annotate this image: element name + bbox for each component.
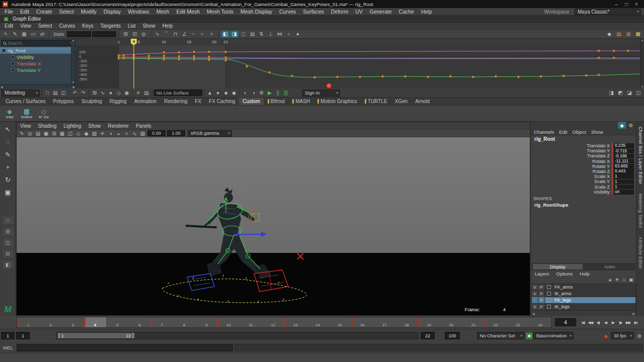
mel-label[interactable]: MEL: [1, 345, 15, 350]
layer-row-ik-arms[interactable]: VPIK_arms: [532, 291, 635, 297]
frame-playback-range-icon[interactable]: ⊟: [131, 31, 139, 38]
highlight-selection-icon[interactable]: ◆: [230, 89, 238, 97]
workspace-pin-icon[interactable]: ◆: [618, 122, 626, 129]
layer-row-fk-arms[interactable]: VPFK_arms: [532, 284, 635, 291]
motion-trail[interactable]: [163, 275, 307, 303]
textured-mode-icon[interactable]: ▧: [91, 130, 98, 137]
keyframe[interactable]: [381, 75, 383, 77]
menu-help[interactable]: Help: [576, 271, 593, 277]
menu-file[interactable]: File: [1, 9, 17, 15]
menu-cache[interactable]: Cache: [395, 9, 418, 15]
keyframe[interactable]: [225, 51, 227, 53]
free-tangent-weight-icon[interactable]: ○: [285, 31, 293, 38]
menu-deform[interactable]: Deform: [328, 9, 352, 15]
timeline-frame-15[interactable]: 15: [329, 317, 351, 327]
minimize-button[interactable]: –: [611, 2, 621, 7]
keyframe[interactable]: [208, 59, 210, 61]
layer-visibility-toggle[interactable]: V: [532, 285, 538, 290]
keyframe[interactable]: [404, 75, 406, 77]
outliner-layout-button[interactable]: ◧: [3, 261, 13, 268]
mel-command-input[interactable]: [17, 344, 233, 351]
menu-edit[interactable]: Edit: [1, 23, 17, 29]
keyframe[interactable]: [598, 74, 600, 76]
step-forward-frame-button[interactable]: |▶: [617, 318, 624, 326]
save-scene-icon[interactable]: ◫: [59, 89, 67, 97]
keyframe[interactable]: [193, 58, 195, 60]
keyframe[interactable]: [495, 75, 497, 77]
menu-show[interactable]: Show: [85, 123, 104, 129]
swap-buffer-icon[interactable]: ⇅: [258, 31, 266, 38]
step-back-frame-button[interactable]: ◀|: [594, 318, 602, 326]
timeline-frame-9[interactable]: 9: [195, 317, 217, 327]
step-tangent-icon[interactable]: ⌐: [199, 31, 207, 38]
step-forward-key-button[interactable]: ▶▶: [624, 318, 632, 326]
toggle-modeling-toolkit-icon[interactable]: ◫: [634, 89, 642, 97]
channel-name[interactable]: Scale X: [594, 174, 610, 179]
search-input[interactable]: [8, 41, 68, 46]
outliner-item-translate-y[interactable]: Translate Y: [0, 67, 75, 73]
timeline-frame-18[interactable]: 18: [395, 317, 418, 327]
menu-object[interactable]: Object: [570, 129, 589, 135]
camera-lock-icon[interactable]: ◎: [26, 130, 34, 137]
timeline-frame-24[interactable]: 24: [529, 317, 551, 327]
keyframe[interactable]: [123, 57, 125, 59]
move-tool[interactable]: +: [3, 162, 14, 171]
select-object-icon[interactable]: ●: [214, 89, 222, 97]
toggle-attribute-editor-icon[interactable]: ◨: [607, 89, 615, 97]
layer-playback-toggle[interactable]: P: [538, 298, 545, 303]
keyframe[interactable]: [178, 51, 180, 53]
grease-pencil-icon[interactable]: ✎: [18, 130, 26, 137]
timeline-frame-4[interactable]: 4: [84, 317, 106, 327]
channel-name[interactable]: Rotate Z: [592, 169, 610, 174]
bookmark-icon[interactable]: ▤: [34, 130, 42, 137]
linear-tangent-icon[interactable]: ∠: [181, 31, 189, 38]
stacked-curves-toggle-icon[interactable]: ◫: [239, 31, 248, 38]
menu-keys[interactable]: Keys: [78, 23, 97, 29]
menu-set-select[interactable]: Modeling: [2, 89, 40, 97]
menu-lighting[interactable]: Lighting: [60, 123, 85, 129]
shelf-tab-arnold[interactable]: Arnold: [412, 98, 433, 105]
outliner-item-translate-x[interactable]: Translate X: [0, 60, 75, 67]
layer-visibility-toggle[interactable]: [532, 298, 538, 303]
timeline-frame-20[interactable]: 20: [440, 317, 462, 327]
close-button[interactable]: ×: [631, 2, 641, 7]
smooth-shade-icon[interactable]: ◆: [83, 130, 90, 137]
keyframe[interactable]: [427, 76, 429, 78]
menu-show[interactable]: Show: [589, 129, 606, 135]
keyframe[interactable]: [613, 57, 615, 59]
plateau-tangent-icon[interactable]: ≈: [208, 31, 216, 38]
keyframe[interactable]: [225, 59, 227, 61]
timeline-frame-19[interactable]: 19: [418, 317, 440, 327]
menu-tangents[interactable]: Tangents: [97, 23, 124, 29]
shadows-icon[interactable]: ◑: [107, 130, 114, 137]
use-all-lights-icon[interactable]: ☀: [99, 130, 106, 137]
menu-edit-mesh[interactable]: Edit Mesh: [173, 9, 203, 15]
four-pane-layout-button[interactable]: ⊞: [3, 228, 13, 235]
workspace-select[interactable]: Maya Classic*: [575, 9, 641, 15]
new-empty-layer-icon[interactable]: □: [621, 277, 627, 283]
layer-list-scrollbar[interactable]: ◀▶: [531, 311, 636, 316]
scene-view[interactable]: [17, 137, 530, 316]
pin-editor-icon[interactable]: ◆: [605, 31, 613, 38]
timeline-frame-3[interactable]: 3: [62, 317, 84, 327]
channel-value-field[interactable]: 1: [612, 185, 634, 190]
stats-frame-field[interactable]: [67, 31, 91, 37]
keyframe[interactable]: [598, 50, 600, 52]
layout-grid-red-icon[interactable]: ▦: [624, 31, 632, 38]
menu-select[interactable]: Select: [35, 23, 56, 29]
shelf-tab-rendering[interactable]: Rendering: [160, 98, 191, 105]
channel-name[interactable]: Translate X: [587, 143, 610, 148]
menu-mesh-display[interactable]: Mesh Display: [237, 9, 276, 15]
step-back-key-button[interactable]: ◀◀: [587, 318, 594, 326]
isolate-select-icon[interactable]: ◫: [66, 130, 74, 137]
2d-pan-zoom-icon[interactable]: ⊞: [50, 130, 58, 137]
keyframe[interactable]: [540, 75, 542, 77]
open-scene-icon[interactable]: ▤: [51, 89, 59, 97]
keyframe[interactable]: [163, 51, 165, 53]
layer-playback-toggle[interactable]: P: [538, 285, 545, 290]
sidebar-tab-channel-box-layer-editor[interactable]: Channel Box / Layer Editor: [638, 127, 643, 185]
range-slider-track[interactable]: 122: [56, 332, 419, 339]
keyframe[interactable]: [291, 75, 293, 77]
lock-tangent-weight-icon[interactable]: ●: [294, 31, 302, 38]
menu-display[interactable]: Display: [100, 9, 124, 15]
